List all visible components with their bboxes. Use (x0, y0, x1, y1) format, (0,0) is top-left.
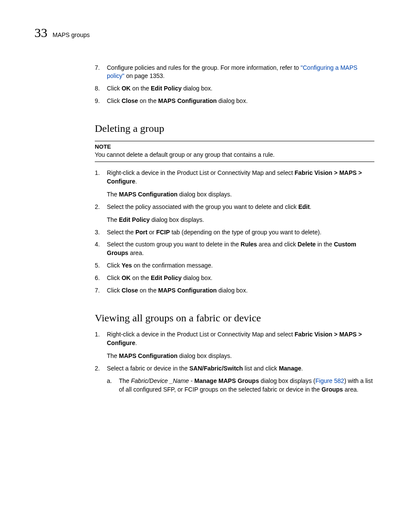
list-number: 9. (95, 97, 107, 106)
list-item: 8. Click OK on the Edit Policy dialog bo… (95, 84, 374, 93)
list-number: 2. (95, 364, 107, 395)
list-number: 6. (95, 274, 107, 283)
list-text: Select the custom group you want to dele… (107, 240, 374, 258)
content-area: 7. Configure policies and rules for the … (34, 64, 374, 395)
deleting-list: 1. Right-click a device in the Product L… (95, 169, 374, 295)
list-text: Click Close on the MAPS Configuration di… (107, 97, 374, 106)
list-item: 7. Click Close on the MAPS Configuration… (95, 286, 374, 295)
figure-ref-link[interactable]: Figure 582 (315, 377, 344, 384)
list-number: 3. (95, 228, 107, 237)
list-text: Right-click a device in the Product List… (107, 169, 374, 199)
letter-item: a. The Fabric/Device _Name - Manage MAPS… (107, 377, 374, 394)
list-text: Click OK on the Edit Policy dialog box. (107, 274, 374, 283)
list-item: 9. Click Close on the MAPS Configuration… (95, 97, 374, 106)
list-item: 1. Right-click a device in the Product L… (95, 169, 374, 199)
letter-marker: a. (107, 377, 119, 394)
letter-text: The Fabric/Device _Name - Manage MAPS Gr… (119, 377, 374, 394)
chapter-number: 33 (34, 24, 47, 42)
section-heading-viewing: Viewing all groups on a fabric or device (95, 311, 374, 325)
list-item: 5. Click Yes on the confirmation message… (95, 261, 374, 270)
letter-list: a. The Fabric/Device _Name - Manage MAPS… (107, 377, 374, 394)
list-number: 8. (95, 84, 107, 93)
list-subtext: The MAPS Configuration dialog box displa… (107, 190, 374, 199)
header-title: MAPS groups (53, 31, 90, 40)
list-text: Select a fabric or device in the SAN/Fab… (107, 364, 374, 395)
list-item: 6. Click OK on the Edit Policy dialog bo… (95, 274, 374, 283)
list-number: 1. (95, 169, 107, 199)
list-item: 3. Select the Port or FCIP tab (dependin… (95, 228, 374, 237)
list-text: Click OK on the Edit Policy dialog box. (107, 84, 374, 93)
list-text: Right-click a device in the Product List… (107, 330, 374, 361)
list-text: Click Close on the MAPS Configuration di… (107, 286, 374, 295)
list-text: Select the policy associated with the gr… (107, 203, 374, 224)
list-text: Select the Port or FCIP tab (depending o… (107, 228, 374, 237)
list-text: Configure policies and rules for the gro… (107, 64, 374, 81)
list-subtext: The Edit Policy dialog box displays. (107, 216, 374, 224)
list-subtext: The MAPS Configuration dialog box displa… (107, 352, 374, 361)
list-item: 4. Select the custom group you want to d… (95, 240, 374, 258)
page-header: 33 MAPS groups (34, 24, 374, 42)
list-number: 7. (95, 64, 107, 81)
note-text: You cannot delete a default group or any… (95, 151, 374, 159)
list-number: 1. (95, 330, 107, 361)
section-heading-deleting: Deleting a group (95, 121, 374, 136)
list-item: 2. Select a fabric or device in the SAN/… (95, 364, 374, 395)
list-item: 2. Select the policy associated with the… (95, 203, 374, 224)
list-number: 7. (95, 286, 107, 295)
list-text: Click Yes on the confirmation message. (107, 261, 374, 270)
list-item: 7. Configure policies and rules for the … (95, 64, 374, 81)
list-item: 1. Right-click a device in the Product L… (95, 330, 374, 361)
note-block: NOTE You cannot delete a default group o… (95, 141, 374, 162)
list-number: 2. (95, 203, 107, 224)
list-number: 5. (95, 261, 107, 270)
note-label: NOTE (95, 143, 374, 151)
viewing-list: 1. Right-click a device in the Product L… (95, 330, 374, 394)
list-number: 4. (95, 240, 107, 258)
top-list: 7. Configure policies and rules for the … (95, 64, 374, 106)
